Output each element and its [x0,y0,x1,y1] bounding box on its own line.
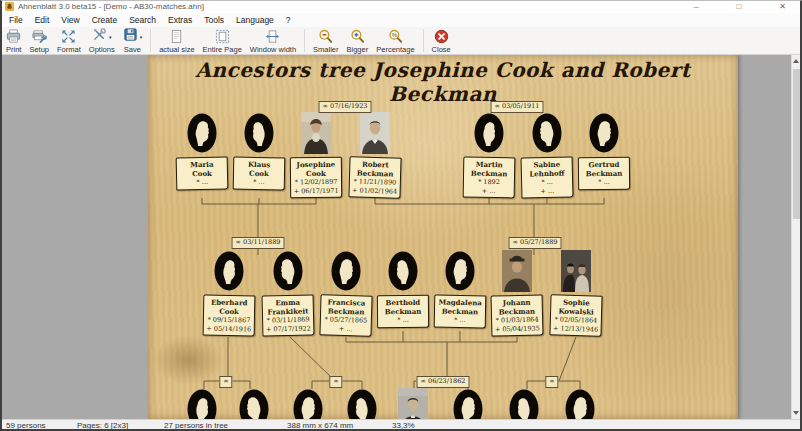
app-icon [5,2,14,11]
window-width-button[interactable]: Window width [246,28,300,55]
close-preview-button[interactable]: Close [428,28,455,55]
silhouette-portrait[interactable] [532,112,562,154]
tools-icon [92,27,107,46]
save-button[interactable]: ▾ Save [119,28,147,55]
preview-viewport[interactable]: Ancestors tree Josephine Cook and Robert… [2,55,800,419]
person-card[interactable]: Maria Cook * ... [176,156,229,190]
person-card[interactable]: Eberhard Cook * 09/15/1867 + 05/14/1916 [203,295,256,337]
format-button[interactable]: Format [53,28,85,55]
entire-page-button[interactable]: Entire Page [199,28,246,55]
actual-size-button[interactable]: actual size [155,28,198,55]
silhouette-portrait[interactable] [347,388,377,419]
marriage-label[interactable]: ∞ [329,376,342,388]
menu-tools[interactable]: Tools [198,15,230,25]
silhouette-portrait[interactable] [293,388,323,419]
person-card[interactable]: Klaus Cook * ... [233,157,286,191]
setup-button[interactable]: Setup [25,28,53,55]
menu-help[interactable]: ? [280,15,297,25]
close-window-icon[interactable]: ✕ [779,3,786,11]
close-icon [434,29,449,44]
menu-bar: File Edit View Create Search Extras Tool… [0,13,802,27]
marriage-label[interactable]: ∞ [545,376,558,388]
silhouette-portrait[interactable] [187,388,217,419]
printer-setup-icon [32,29,47,44]
silhouette-portrait[interactable] [445,250,475,292]
person-card[interactable]: Emma Frankikeit * 03/11/1869 + 07/17/192… [262,294,315,336]
print-button[interactable]: Print [2,28,25,55]
menu-create[interactable]: Create [86,15,124,25]
document-title: Ancestors tree Josephine Cook and Robert… [148,58,738,106]
silhouette-portrait[interactable] [187,112,217,154]
silhouette-portrait[interactable] [589,112,619,154]
marriage-label[interactable]: ∞ 07/16/1923 [319,101,372,113]
svg-text:%: % [392,31,398,38]
zoom-bigger-button[interactable]: Bigger [343,28,373,55]
person-card[interactable]: Francisca Beckman * 05/27/1865 + ... [319,294,372,336]
person-card[interactable]: Berthold Beckman * ... [377,295,429,328]
toolbar: Print Setup Format ▾ Options ▾ Save [0,27,802,55]
person-card[interactable]: Gertrud Beckman * ... [578,157,630,190]
marriage-label[interactable]: ∞ 06/23/1862 [417,376,470,388]
zoom-in-icon [350,29,365,44]
menu-search[interactable]: Search [123,15,162,25]
menu-file[interactable]: File [3,15,29,25]
person-card[interactable]: Martin Beckman * 1892 + ... [463,157,516,199]
menu-extras[interactable]: Extras [162,15,198,25]
toolbar-separator [304,29,305,52]
marriage-label[interactable]: ∞ [219,376,232,388]
window-width-icon [265,29,280,44]
status-pages: Pages: 6 [2x3] [77,421,128,430]
title-bar: Ahnenblatt 3.0 beta15 - [Demo - AB30-mat… [0,0,802,13]
menu-view[interactable]: View [55,15,85,25]
marriage-label[interactable]: ∞ 03/11/1889 [232,237,285,249]
menu-language[interactable]: Language [230,15,280,25]
status-tree-count: 27 persons in tree [164,421,228,430]
chevron-down-icon[interactable]: ▾ [140,34,143,40]
toolbar-separator [150,29,151,52]
silhouette-portrait[interactable] [273,250,303,292]
zoom-percentage-button[interactable]: % Percentage [372,28,418,55]
person-card[interactable]: Sophie Kowalski * 02/05/1864 + 12/13/194… [549,294,602,336]
status-zoom: 33,3% [392,421,415,430]
scrollbar-up-icon[interactable] [793,59,799,63]
format-expand-icon [61,29,76,44]
silhouette-portrait[interactable] [331,250,361,292]
floppy-save-icon [123,27,138,46]
menu-edit[interactable]: Edit [29,15,56,25]
marriage-label[interactable]: ∞ 03/05/1911 [491,101,544,113]
scrollbar-down-icon[interactable] [793,411,799,415]
status-bar: 59 persons Pages: 6 [2x3] 27 persons in … [2,419,800,429]
marriage-label[interactable]: ∞ 05/27/1889 [509,237,562,249]
silhouette-portrait[interactable] [565,388,595,419]
silhouette-portrait[interactable] [244,112,274,154]
vertical-scrollbar[interactable] [791,55,800,419]
silhouette-portrait[interactable] [453,388,483,419]
options-button[interactable]: ▾ Options [85,28,119,55]
person-card[interactable]: Magdalena Beckman * ... [434,295,487,329]
person-card[interactable]: Johann Beckman * 01/03/1864 + 05/04/1935 [491,294,544,336]
toolbar-separator [423,29,424,52]
photo-portrait[interactable] [360,112,390,154]
window-title: Ahnenblatt 3.0 beta15 - [Demo - AB30-mat… [18,2,204,11]
photo-portrait[interactable] [301,112,331,154]
photo-portrait[interactable] [561,250,591,292]
person-card[interactable]: Sabine Lehnhoff * ... + ... [521,156,574,198]
silhouette-portrait[interactable] [214,250,244,292]
person-card[interactable]: Josephine Cook * 12/02/1897 + 06/17/1971 [290,157,342,199]
silhouette-portrait[interactable] [509,388,539,419]
chevron-down-icon[interactable]: ▾ [109,34,112,40]
entire-page-icon [215,29,230,44]
page-icon [169,29,184,44]
silhouette-portrait[interactable] [239,388,269,419]
maximize-icon[interactable]: □ [736,3,741,11]
person-card[interactable]: Robert Beckman * 11/21/1890 + 01/02/1964 [348,156,401,198]
scrollbar-thumb[interactable] [793,69,800,219]
photo-portrait[interactable] [398,388,428,419]
minimize-icon[interactable]: – [694,3,698,11]
status-persons: 59 persons [6,421,46,430]
photo-portrait[interactable] [502,250,532,292]
printer-icon [6,29,21,44]
silhouette-portrait[interactable] [388,250,418,292]
zoom-smaller-button[interactable]: Smaller [309,28,342,55]
silhouette-portrait[interactable] [474,112,504,154]
